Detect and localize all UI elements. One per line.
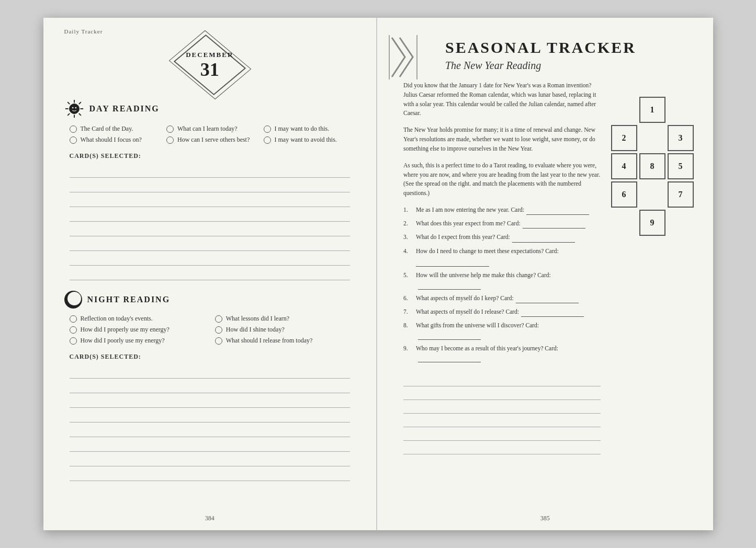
day-option-2: What can I learn today?: [166, 125, 258, 133]
day-cards-label: CARD(S) SELECTED:: [70, 152, 356, 160]
radio-circle-5[interactable]: [166, 136, 174, 144]
moon-icon: [64, 291, 82, 309]
writing-line[interactable]: [70, 207, 351, 222]
left-page-number: 384: [205, 515, 215, 522]
day-options-grid: The Card of the Day. What can I learn to…: [70, 125, 356, 144]
arrows-decoration: [387, 32, 421, 82]
writing-line[interactable]: [70, 178, 351, 192]
paragraph-3: As such, this is a perfect time to do a …: [403, 161, 601, 198]
question-8: 8. What gifts from the universe will I d…: [403, 321, 601, 340]
night-option-1: Reflection on today's events.: [70, 315, 210, 323]
day-option-6: I may want to avoid this.: [264, 136, 356, 144]
writing-line[interactable]: [70, 423, 351, 437]
night-options-grid: Reflection on today's events. What lesso…: [70, 315, 356, 345]
writing-line[interactable]: [403, 427, 601, 441]
radio-circle-n6[interactable]: [215, 337, 222, 345]
writing-line[interactable]: [70, 251, 351, 266]
card-empty: [668, 97, 694, 123]
diamond-month: DECEMBER: [186, 51, 233, 59]
writing-line[interactable]: [70, 408, 351, 423]
radio-circle-n2[interactable]: [215, 315, 222, 323]
card-empty: [639, 181, 665, 208]
day-option-1: The Card of the Day.: [70, 125, 162, 133]
writing-line[interactable]: [70, 452, 351, 466]
paragraph-1: Did you know that the January 1 date for…: [403, 81, 601, 118]
card-position-2: 2: [611, 125, 637, 151]
svg-point-0: [69, 104, 79, 114]
book-spread: Daily Tracker DECEMBER 31: [43, 18, 713, 530]
night-option-5: How did I poorly use my energy?: [70, 337, 210, 345]
radio-circle-3[interactable]: [264, 125, 271, 133]
day-writing-lines: [70, 163, 351, 280]
card-spread-col: 1 2 3 4 8 5 6 7 9: [611, 81, 695, 454]
paragraph-2: The New Year holds promise for many; it …: [403, 125, 601, 153]
date-diamond-container: DECEMBER 31: [64, 41, 356, 94]
writing-line[interactable]: [403, 414, 601, 427]
writing-line[interactable]: [403, 441, 601, 454]
writing-line[interactable]: [70, 266, 351, 280]
writing-line[interactable]: [70, 393, 351, 408]
card-position-6: 6: [611, 181, 637, 208]
writing-line[interactable]: [70, 379, 351, 393]
day-option-4: What should I focus on?: [70, 136, 162, 144]
right-text-col: Did you know that the January 1 date for…: [403, 81, 601, 454]
writing-line[interactable]: [70, 364, 351, 379]
card-position-4: 4: [611, 153, 637, 179]
night-cards-label: CARD(S) SELECTED:: [70, 353, 356, 361]
daily-tracker-label: Daily Tracker: [64, 28, 103, 35]
radio-circle-n4[interactable]: [215, 326, 222, 334]
day-reading-header: DAY READING: [64, 99, 356, 119]
svg-point-10: [75, 107, 76, 109]
card-empty: [611, 210, 637, 236]
card-position-9: 9: [639, 210, 665, 236]
radio-circle-2[interactable]: [166, 125, 174, 133]
night-option-2: What lessons did I learn?: [215, 315, 355, 323]
seasonal-subtitle: The New Year Reading: [445, 60, 695, 72]
card-position-5: 5: [668, 153, 694, 179]
card-position-3: 3: [668, 125, 694, 151]
question-9: 9. Who may I become as a result of this …: [403, 344, 601, 363]
question-5: 5. How will the universe help me make th…: [403, 271, 601, 290]
writing-line[interactable]: [403, 400, 601, 414]
card-empty: [611, 97, 637, 123]
radio-circle-n1[interactable]: [70, 315, 77, 323]
writing-line[interactable]: [403, 373, 601, 386]
day-reading-title: DAY READING: [89, 104, 160, 113]
question-2: 2. What does this year expect from me? C…: [403, 219, 601, 229]
questions-list: 1. Me as I am now entering the new year.…: [403, 206, 601, 362]
card-empty: [668, 210, 694, 236]
writing-line[interactable]: [70, 466, 351, 481]
card-position-7: 7: [668, 181, 694, 208]
svg-line-5: [67, 102, 70, 104]
writing-line[interactable]: [403, 386, 601, 400]
diamond-day: 31: [200, 60, 219, 79]
writing-line[interactable]: [70, 163, 351, 178]
question-6: 6. What aspects of myself do I keep? Car…: [403, 294, 601, 303]
question-4: 4. How do I need to change to meet these…: [403, 247, 601, 267]
question-7: 7. What aspects of myself do I release? …: [403, 307, 601, 317]
svg-line-6: [78, 113, 81, 116]
night-reading-title: NIGHT READING: [87, 295, 171, 304]
writing-line[interactable]: [70, 222, 351, 236]
date-diamond: DECEMBER 31: [176, 41, 244, 94]
question-1: 1. Me as I am now entering the new year.…: [403, 206, 601, 215]
radio-circle-4[interactable]: [70, 136, 77, 144]
card-empty: [639, 125, 665, 151]
question-3: 3. What do I expect from this year? Card…: [403, 233, 601, 242]
card-grid: 1 2 3 4 8 5 6 7 9: [611, 97, 695, 236]
writing-line[interactable]: [70, 192, 351, 207]
right-content: Did you know that the January 1 date for…: [403, 81, 695, 454]
radio-circle-6[interactable]: [264, 136, 271, 144]
svg-line-8: [67, 113, 70, 116]
right-page-number: 385: [540, 515, 550, 522]
seasonal-title: SEASONAL TRACKER: [445, 39, 695, 56]
night-writing-lines: [70, 364, 351, 481]
writing-line[interactable]: [70, 236, 351, 251]
seasonal-header-area: SEASONAL TRACKER The New Year Reading: [445, 39, 695, 72]
right-page: SEASONAL TRACKER The New Year Reading Di…: [377, 18, 713, 530]
radio-circle-n5[interactable]: [70, 337, 77, 345]
writing-line[interactable]: [70, 437, 351, 452]
svg-line-7: [78, 102, 81, 104]
radio-circle-1[interactable]: [70, 125, 77, 133]
radio-circle-n3[interactable]: [70, 326, 77, 334]
